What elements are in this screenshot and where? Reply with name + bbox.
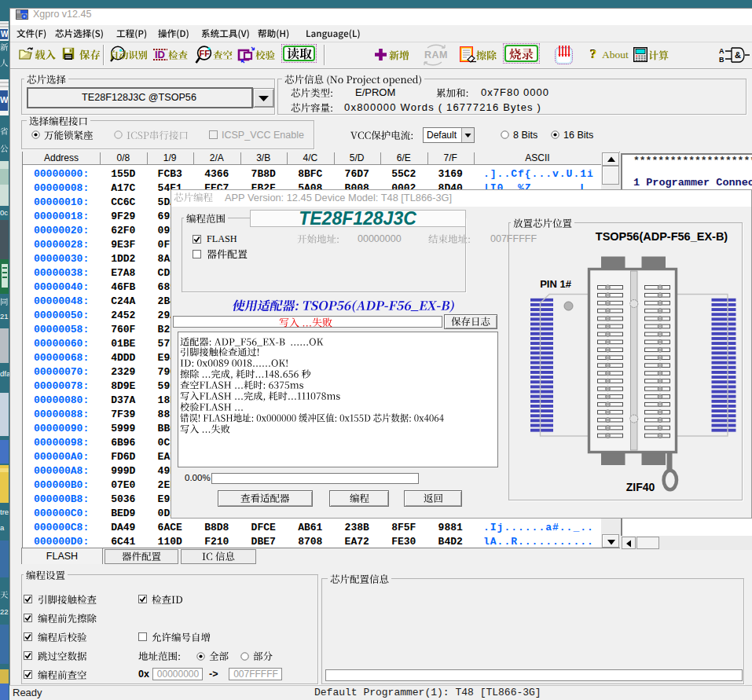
svg-text:B: B [719, 56, 724, 64]
svg-text:FF: FF [200, 49, 211, 58]
svg-text:A: A [719, 47, 724, 55]
svg-text:&: & [735, 50, 741, 60]
svg-text:ID: ID [155, 49, 165, 60]
